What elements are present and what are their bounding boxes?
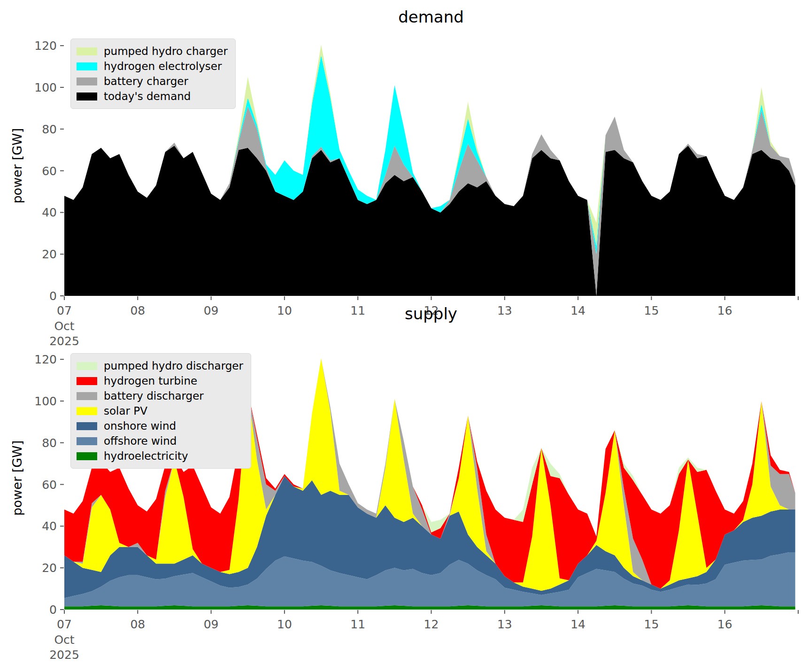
- legend-item-onshore-wind: onshore wind: [77, 418, 243, 433]
- demand-legend: pumped hydro chargerhydrogen electrolyse…: [70, 39, 236, 109]
- demand-chart-title: demand: [398, 8, 464, 26]
- y-tick-label: 60: [42, 164, 57, 178]
- supply-chart-title: supply: [405, 304, 457, 323]
- x-axis-month-label: Oct: [54, 319, 74, 333]
- x-tick-label: 13: [497, 618, 512, 631]
- legend-label: pumped hydro discharger: [104, 361, 243, 371]
- x-tick-label: 09: [204, 304, 219, 317]
- legend-swatch: [77, 377, 97, 385]
- legend-item-battery-discharger: battery discharger: [77, 388, 243, 403]
- x-tick-label: 15: [644, 618, 659, 631]
- y-tick-label: 100: [34, 394, 57, 408]
- x-axis-year-label: 2025: [49, 334, 79, 348]
- legend-label: hydrogen electrolyser: [104, 61, 222, 72]
- supply-y-axis-label: power [GW]: [10, 440, 24, 516]
- y-tick-label: 20: [42, 561, 57, 575]
- x-tick-label: 16: [717, 304, 732, 317]
- y-tick-label: 100: [34, 81, 57, 94]
- legend-swatch: [77, 93, 97, 100]
- x-tick-label: 08: [130, 618, 145, 631]
- y-tick-label: 80: [42, 436, 57, 450]
- x-axis-year-label: 2025: [49, 648, 79, 662]
- legend-label: today's demand: [104, 91, 191, 102]
- legend-label: solar PV: [104, 406, 147, 417]
- legend-item-hydrogen-turbine: hydrogen turbine: [77, 373, 243, 388]
- legend-label: hydroelectricity: [104, 451, 188, 462]
- x-tick-label: 10: [277, 618, 292, 631]
- series-today-s-demand-area: [64, 146, 795, 296]
- y-tick-label: 40: [42, 206, 57, 219]
- legend-swatch: [77, 47, 97, 55]
- legend-swatch: [77, 77, 97, 85]
- legend-item-hydrogen-electrolyser: hydrogen electrolyser: [77, 59, 228, 74]
- legend-label: battery discharger: [104, 391, 204, 402]
- legend-item-hydroelectricity: hydroelectricity: [77, 448, 243, 463]
- supply-legend: pumped hydro dischargerhydrogen turbineb…: [70, 353, 251, 469]
- legend-label: pumped hydro charger: [104, 46, 228, 57]
- x-tick-label: 09: [204, 618, 219, 631]
- x-tick-label: 11: [350, 304, 365, 317]
- legend-swatch: [77, 62, 97, 70]
- x-tick-label: 14: [570, 304, 585, 317]
- x-tick-label: 07: [57, 304, 72, 317]
- y-tick-label: 0: [49, 603, 57, 617]
- x-tick-label: 07: [57, 618, 72, 631]
- y-tick-label: 0: [49, 289, 57, 303]
- legend-swatch: [77, 392, 97, 400]
- x-tick-label: 12: [424, 618, 439, 631]
- y-tick-label: 120: [34, 353, 57, 366]
- x-tick-label: 14: [570, 618, 585, 631]
- x-tick-label: 10: [277, 304, 292, 317]
- y-tick-label: 40: [42, 519, 57, 533]
- x-tick-label: 16: [717, 618, 732, 631]
- legend-label: onshore wind: [104, 421, 176, 432]
- y-tick-label: 60: [42, 478, 57, 492]
- legend-swatch: [77, 422, 97, 430]
- demand-y-axis-label: power [GW]: [10, 128, 24, 204]
- legend-swatch: [77, 362, 97, 370]
- legend-item-today-s-demand: today's demand: [77, 89, 228, 104]
- legend-item-solar-pv: solar PV: [77, 403, 243, 418]
- legend-item-offshore-wind: offshore wind: [77, 433, 243, 448]
- legend-item-battery-charger: battery charger: [77, 74, 228, 89]
- legend-label: battery charger: [104, 76, 188, 87]
- legend-swatch: [77, 437, 97, 445]
- x-tick-label: 15: [644, 304, 659, 317]
- legend-item-pumped-hydro-charger: pumped hydro charger: [77, 44, 228, 59]
- legend-label: offshore wind: [104, 436, 177, 447]
- x-tick-label: 13: [497, 304, 512, 317]
- x-axis-month-label: Oct: [54, 633, 74, 647]
- y-tick-label: 80: [42, 123, 57, 136]
- legend-swatch: [77, 452, 97, 460]
- x-tick-label: 08: [130, 304, 145, 317]
- legend-label: hydrogen turbine: [104, 376, 197, 386]
- y-tick-label: 120: [34, 39, 57, 53]
- legend-item-pumped-hydro-discharger: pumped hydro discharger: [77, 358, 243, 373]
- x-tick-label: 11: [350, 618, 365, 631]
- figure: 07Oct20250809101112131415160204060801001…: [0, 0, 801, 672]
- y-tick-label: 20: [42, 247, 57, 261]
- legend-swatch: [77, 407, 97, 415]
